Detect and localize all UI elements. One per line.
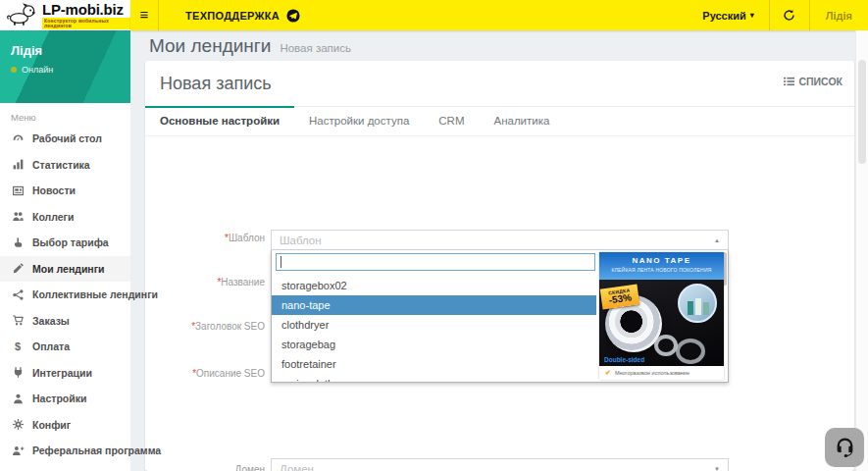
refresh-button[interactable] [769,0,810,30]
list-icon [784,77,794,86]
list-button-label: СПИСОК [798,76,842,87]
sidebar-item-my-landings[interactable]: Мои лендинги [0,256,130,283]
sidebar-item-label: Новости [32,184,76,196]
scrollbar-thumb[interactable] [858,60,866,164]
sidebar-item-label: Статистика [32,159,90,171]
template-search-input[interactable] [276,253,595,271]
sidebar-item-news[interactable]: Новости [0,178,130,204]
card-title: Новая запись [145,61,854,106]
plug-icon [11,366,25,379]
hand-pointer-icon [11,236,25,249]
template-field-label: *Шаблон [147,233,265,243]
template-options-list: storagebox02 nano-tape clothdryer storag… [272,276,596,383]
new-record-card: Новая запись СПИСОК Основные настройки Н… [145,61,854,471]
template-option[interactable]: springclothes [272,374,596,383]
logo[interactable]: LP-mobi.biz Конструктор мобильных лендин… [0,0,130,30]
menu-section-label: Меню [0,103,130,126]
ad-title: NANO TAPE [599,256,724,265]
template-option[interactable]: storagebag [272,335,596,354]
headset-icon [832,435,858,461]
sidebar-item-tariff[interactable]: Выбор тарифа [0,230,130,256]
sidebar-item-integrations[interactable]: Интеграции [0,360,130,387]
sidebar-item-label: Настройки [32,392,86,404]
breadcrumb-current: Новая запись [280,42,351,54]
template-option[interactable]: storagebox02 [272,276,596,295]
sidebar-item-config[interactable]: Конфиг [0,412,130,439]
language-selector[interactable]: Русский ▾ [688,0,768,30]
online-status-dot [11,67,17,73]
user-icon [11,392,25,405]
news-icon [11,184,25,197]
user-profile: Лідія Онлайн [0,30,130,103]
page-scrollbar[interactable] [855,30,868,471]
page-title: Мои лендинги [149,35,271,57]
list-view-button[interactable]: СПИСОК [784,76,842,87]
sidebar-item-collective-landings[interactable]: Коллективные лендинги [0,282,130,308]
pencil-icon [11,262,25,275]
ad-inset-photo [678,284,717,323]
dashboard-icon [11,132,25,145]
dollar-icon: $ [11,340,25,352]
name-field-label: *Название [147,277,265,288]
topbar-username[interactable]: Лідія [810,10,868,22]
template-select-placeholder: Шаблон [280,235,322,246]
profile-status-label: Онлайн [22,65,53,75]
sidebar-item-label: Конфиг [32,419,71,431]
template-dropdown-panel: storagebox02 nano-tape clothdryer storag… [271,250,729,383]
sidebar-item-faq[interactable]: ? FAQ [0,464,130,471]
gears-icon [11,418,25,431]
support-button[interactable]: ТЕХПОДДЕРЖКА [159,0,326,30]
language-label: Русский [702,10,745,22]
tab-analytics[interactable]: Аналитика [479,106,564,135]
sidebar-item-colleagues[interactable]: Коллеги [0,204,130,231]
tape-roll-small [676,339,705,364]
profile-name: Лідія [11,43,130,58]
stats-icon [11,158,25,171]
sidebar-item-payment[interactable]: $ Оплата [0,334,130,360]
sidebar-item-label: Рабочий стол [32,132,102,144]
seo-description-field-label: *Описание SEO [147,368,265,379]
sidebar-item-referral[interactable]: Реферальная программа [0,438,130,464]
tab-crm[interactable]: CRM [424,106,479,135]
ad-feature-row: ✔ Многоразовое использование [599,366,724,380]
template-option[interactable]: footretainer [272,354,596,374]
sidebar-item-orders[interactable]: Заказы [0,308,130,335]
domain-field-label: Домен [147,464,265,471]
domain-select[interactable]: Домен ▼ [271,458,729,471]
sidebar-item-label: Заказы [32,315,70,327]
cart-icon [11,314,25,327]
caret-down-icon: ▼ [714,466,720,471]
sidebar-item-statistics[interactable]: Статистика [0,152,130,179]
ad-header: NANO TAPE КЛЕЙКАЯ ЛЕНТА НОВОГО ПОКОЛЕНИЯ [599,252,724,280]
topbar: ≡ ТЕХПОДДЕРЖКА Русский ▾ Лідія [130,0,868,30]
ad-feature-text: Многоразовое использование [615,370,689,376]
tape-roll-small [654,335,678,356]
tab-main-settings[interactable]: Основные настройки [145,106,294,135]
caret-up-icon: ▲ [714,237,720,243]
tab-access-settings[interactable]: Настройки доступа [294,106,424,135]
sidebar-item-label: Оплата [32,340,70,352]
sidebar-item-dashboard[interactable]: Рабочий стол [0,126,130,152]
user-plus-icon [11,445,25,457]
template-preview-image: NANO TAPE КЛЕЙКАЯ ЛЕНТА НОВОГО ПОКОЛЕНИЯ… [599,252,724,380]
chevron-down-icon: ▾ [750,11,754,20]
tab-bar: Основные настройки Настройки доступа CRM… [145,106,854,136]
support-chat-button[interactable] [825,428,864,467]
ad-caption: Double-sided [604,356,644,363]
template-select[interactable]: Шаблон ▲ [271,230,729,250]
ad-subtitle: КЛЕЙКАЯ ЛЕНТА НОВОГО ПОКОЛЕНИЯ [599,267,724,273]
template-option[interactable]: clothdryer [272,315,596,335]
dog-logo-icon [5,1,40,30]
sidebar-item-label: Реферальная программа [32,445,161,456]
sidebar-item-label: Мои лендинги [32,263,105,275]
profile-status: Онлайн [11,65,130,75]
telegram-icon [286,9,300,23]
domain-select-placeholder: Домен [280,463,314,471]
sidebar-item-settings[interactable]: Настройки [0,386,130,412]
hamburger-menu-icon[interactable]: ≡ [130,0,159,30]
share-icon [11,288,25,301]
check-icon: ✔ [605,369,611,377]
template-option-selected[interactable]: nano-tape [272,295,596,315]
breadcrumb: Мои лендинги Новая запись [130,30,855,61]
refresh-icon [783,9,795,22]
